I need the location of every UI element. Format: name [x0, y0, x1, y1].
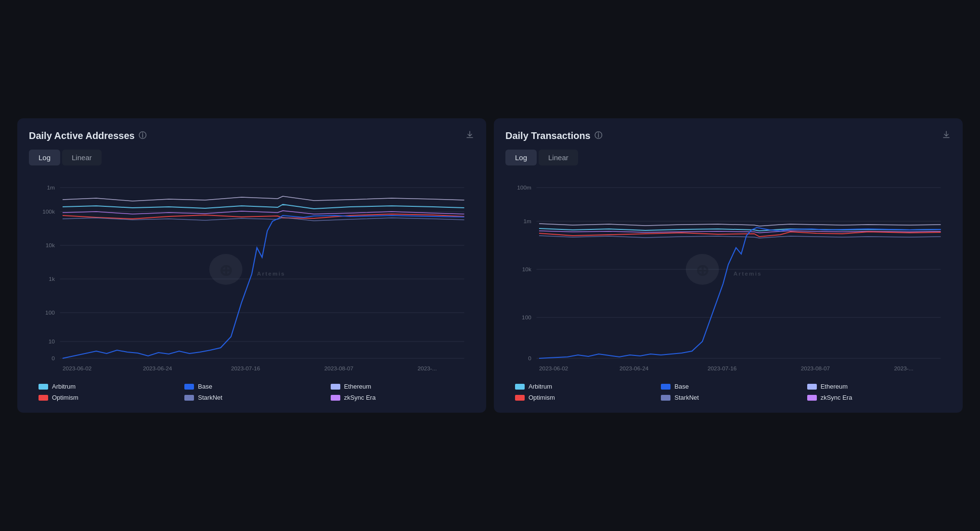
legend-color-ethereum-1: [331, 384, 340, 390]
svg-text:1m: 1m: [523, 218, 531, 224]
svg-text:2023-07-16: 2023-07-16: [708, 366, 736, 371]
card-title-2: Daily Transactions ⓘ: [505, 130, 602, 141]
svg-text:10k: 10k: [522, 266, 531, 272]
legend-label-starknet-1: StarkNet: [198, 394, 222, 401]
legend-label-ethereum-1: Ethereum: [344, 383, 371, 390]
linear-toggle-btn-2[interactable]: Linear: [539, 150, 578, 165]
svg-text:Artemis: Artemis: [257, 271, 285, 277]
legend-label-zksync-2: zkSync Era: [821, 394, 852, 401]
svg-text:2023-06-02: 2023-06-02: [539, 366, 568, 371]
svg-text:2023-...: 2023-...: [418, 366, 437, 371]
legend-color-arbitrum-1: [39, 384, 48, 390]
card-header-1: Daily Active Addresses ⓘ: [29, 130, 475, 142]
legend-color-starknet-2: [661, 395, 671, 401]
legend-item-optimism-1: Optimism: [39, 394, 173, 401]
svg-text:100: 100: [522, 315, 531, 320]
legend-color-starknet-1: [184, 395, 194, 401]
svg-text:100k: 100k: [42, 209, 55, 215]
daily-transactions-card: Daily Transactions ⓘ Log Linear: [494, 118, 963, 413]
legend-label-ethereum-2: Ethereum: [821, 383, 848, 390]
download-icon-2[interactable]: [941, 130, 951, 142]
svg-text:2023-08-07: 2023-08-07: [801, 366, 830, 371]
legend-item-arbitrum-1: Arbitrum: [39, 383, 173, 390]
svg-text:0: 0: [52, 355, 55, 361]
linear-toggle-btn-1[interactable]: Linear: [62, 150, 102, 165]
svg-text:2023-08-07: 2023-08-07: [324, 366, 353, 371]
legend-item-optimism-2: Optimism: [515, 394, 649, 401]
legend-label-arbitrum-1: Arbitrum: [52, 383, 76, 390]
legend-label-arbitrum-2: Arbitrum: [529, 383, 552, 390]
legend-color-ethereum-2: [807, 384, 817, 390]
svg-text:100m: 100m: [517, 185, 531, 190]
legend-item-base-1: Base: [184, 383, 319, 390]
svg-text:⊕: ⊕: [696, 262, 709, 279]
svg-text:1m: 1m: [47, 185, 54, 190]
daily-active-addresses-card: Daily Active Addresses ⓘ Log Linear: [17, 118, 486, 413]
legend-label-optimism-2: Optimism: [529, 394, 555, 401]
legend-color-arbitrum-2: [515, 384, 525, 390]
svg-text:⊕: ⊕: [219, 262, 233, 279]
legend-2: Arbitrum Base Ethereum Optimism StarkNet…: [505, 383, 951, 401]
legend-label-starknet-2: StarkNet: [674, 394, 699, 401]
log-toggle-btn-1[interactable]: Log: [29, 150, 60, 165]
legend-item-starknet-2: StarkNet: [661, 394, 795, 401]
legend-item-zksync-1: zkSync Era: [331, 394, 465, 401]
legend-color-zksync-2: [807, 395, 817, 401]
legend-color-base-1: [184, 384, 194, 390]
scale-toggle-1: Log Linear: [29, 150, 475, 165]
card-title-1: Daily Active Addresses ⓘ: [29, 130, 146, 141]
dashboard: Daily Active Addresses ⓘ Log Linear: [10, 111, 970, 420]
legend-item-arbitrum-2: Arbitrum: [515, 383, 649, 390]
svg-text:1k: 1k: [49, 276, 55, 282]
legend-label-optimism-1: Optimism: [52, 394, 78, 401]
legend-item-ethereum-2: Ethereum: [807, 383, 941, 390]
legend-label-base-2: Base: [674, 383, 689, 390]
legend-color-zksync-1: [331, 395, 340, 401]
legend-item-base-2: Base: [661, 383, 795, 390]
info-icon-1[interactable]: ⓘ: [139, 131, 146, 141]
svg-text:2023-06-24: 2023-06-24: [143, 366, 172, 371]
legend-color-optimism-2: [515, 395, 525, 401]
svg-text:100: 100: [45, 310, 55, 316]
download-icon-1[interactable]: [465, 130, 475, 142]
svg-text:2023-06-24: 2023-06-24: [619, 366, 649, 371]
svg-text:Artemis: Artemis: [734, 271, 762, 277]
legend-item-zksync-2: zkSync Era: [807, 394, 941, 401]
log-toggle-btn-2[interactable]: Log: [505, 150, 537, 165]
legend-label-zksync-1: zkSync Era: [344, 394, 376, 401]
svg-text:0: 0: [528, 355, 531, 361]
legend-item-ethereum-1: Ethereum: [331, 383, 465, 390]
legend-label-base-1: Base: [198, 383, 212, 390]
legend-color-optimism-1: [39, 395, 48, 401]
legend-1: Arbitrum Base Ethereum Optimism StarkNet…: [29, 383, 475, 401]
scale-toggle-2: Log Linear: [505, 150, 951, 165]
svg-text:2023-...: 2023-...: [894, 366, 914, 371]
svg-text:10k: 10k: [46, 242, 55, 248]
svg-text:2023-06-02: 2023-06-02: [63, 366, 91, 371]
legend-color-base-2: [661, 384, 671, 390]
title-text-2: Daily Transactions: [505, 130, 591, 141]
chart-1: 1m 100k 10k 1k 100 10 0 2023-06-02 2023-…: [29, 173, 475, 375]
info-icon-2[interactable]: ⓘ: [594, 131, 602, 141]
card-header-2: Daily Transactions ⓘ: [505, 130, 951, 142]
legend-item-starknet-1: StarkNet: [184, 394, 319, 401]
svg-text:2023-07-16: 2023-07-16: [231, 366, 260, 371]
title-text-1: Daily Active Addresses: [29, 130, 135, 141]
svg-text:10: 10: [49, 339, 55, 344]
chart-2: 100m 1m 10k 100 0 2023-06-02 2023-06-24 …: [505, 173, 951, 375]
